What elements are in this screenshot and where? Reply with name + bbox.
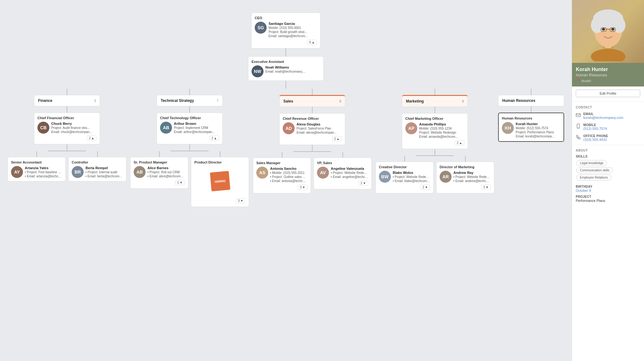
cmo-mobile: Mobile: (310) 555-1234 (419, 127, 464, 130)
birthday-row: BIRTHDAY October 9 (572, 184, 644, 194)
org-chart-area[interactable]: CEO SG Santiago Garcia Mobile: (310) 555… (0, 0, 572, 361)
cfo-card[interactable]: Chief Financial Officer CB Chuck Berry P… (34, 113, 100, 144)
office-value[interactable]: (310) 555-4432 (583, 138, 608, 142)
finance-child-row: Senior Accountant AY Artanzia Yates • Pr… (8, 151, 126, 181)
creative-dir-avatar: BW (379, 171, 391, 183)
marketing-child-row: Creative Director BW Blake Wolos • Proje… (375, 156, 494, 193)
cmo-card[interactable]: Chief Marketing Officer AP Amanda Philli… (402, 113, 468, 149)
dir-mktg-card[interactable]: Director of Marketing AR Andrew Ray • Pr… (436, 162, 494, 193)
skill-chip-2: Employee Relations (576, 175, 611, 181)
svg-point-6 (602, 28, 605, 31)
cto-chevron-up-icon: ▲ (214, 136, 217, 140)
vp-sales-footer: 2 ▼ (317, 181, 368, 186)
hr-col: Human Resources Human Resources KH Korah… (498, 89, 564, 142)
product-dir-expand-btn[interactable]: 3 ▼ (236, 198, 246, 203)
ceo-card[interactable]: CEO SG Santiago Garcia Mobile: (310) 555… (251, 13, 320, 48)
sales-mgr-chevron-down-icon: ▼ (302, 186, 305, 189)
sr-accountant-project: • Project: Find baseline bud... (25, 170, 62, 174)
mobile-value[interactable]: (512) 555-7574 (583, 127, 607, 131)
tech-dept-name: Technical Strategy (161, 98, 194, 103)
email-value[interactable]: korah@techcompany.com (583, 116, 623, 119)
svg-point-2 (591, 17, 603, 33)
marketing-dept-header: Marketing 9 (406, 99, 464, 103)
cto-details: Arthur Brown Project: Implement CRM Emai… (174, 122, 219, 134)
ceo-email: Email: santiago@techcom... (269, 34, 317, 38)
sales-mgr-card[interactable]: Sales Manager AS Antonia Sancho • Mobile… (253, 158, 311, 193)
birthday-value: October 9 (576, 189, 640, 192)
ceo-expand-btn[interactable]: 6 ▲ (307, 40, 317, 45)
vp-sales-avatar: AV (317, 167, 329, 179)
cro-card[interactable]: Chief Revenue Officer AD Alexa Douglas P… (279, 113, 345, 145)
svg-rect-11 (576, 114, 580, 117)
cfo-avatar: CB (37, 122, 49, 134)
cro-expand-btn[interactable]: 2 ▲ (332, 136, 342, 142)
dir-mktg-footer: 3 ▼ (440, 185, 491, 190)
creative-dir-card[interactable]: Creative Director BW Blake Wolos • Proje… (375, 162, 434, 193)
sr-pm-avatar: AB (134, 166, 146, 178)
creative-dir-email: • Email: blake@techcompan... (393, 179, 430, 183)
cmo-project: Project: Website Redesign (419, 131, 464, 134)
hr-head-card[interactable]: Human Resources KH Korah Hunter Mobile: … (498, 113, 564, 142)
hr-dept-name: Human Resources (502, 98, 535, 103)
sales-mgr-person: AS Antonia Sancho • Mobile: (310) 555-20… (256, 167, 308, 183)
office-phone-icon (576, 135, 581, 140)
ceo-chevron-up-icon: ▲ (312, 41, 315, 44)
cmo-expand-btn[interactable]: 2 ▲ (455, 140, 464, 146)
hr-dept-card[interactable]: Human Resources (498, 95, 564, 106)
creative-dir-expand-btn[interactable]: 2 ▼ (420, 185, 430, 190)
sr-pm-expand-btn[interactable]: 1 ▼ (175, 180, 185, 185)
sales-dept-card[interactable]: Sales 8 (279, 95, 345, 107)
sr-pm-card[interactable]: Sr. Product Manager AB Alice Barnes • Pr… (130, 157, 188, 189)
marketing-dept-card[interactable]: Marketing 9 (402, 95, 468, 107)
cto-expand-btn[interactable]: 2 ▲ (209, 136, 219, 141)
skills-row: SKILLS Legal knowledge Communication ski… (572, 153, 644, 184)
project-value: Performance Plans (576, 199, 640, 203)
hiring-badge: HIRING (210, 171, 230, 191)
ceo-details: Santiago Garcia Mobile: (310) 555-0001 P… (269, 22, 317, 38)
sr-accountant-title: Senior Accountant (11, 160, 62, 164)
sales-col: Sales 8 Chief Revenue Officer AD Alexa D… (253, 89, 372, 193)
dir-mktg-expand-btn[interactable]: 3 ▼ (481, 185, 491, 190)
vp-sales-expand-btn[interactable]: 2 ▼ (358, 181, 368, 186)
cro-title: Chief Revenue Officer (283, 117, 342, 120)
location-pin-icon: 📍 (576, 79, 580, 83)
cro-details: Alexa Douglas Project: SalesForce Plan E… (297, 122, 342, 134)
finance-dept-card[interactable]: Finance 3 (34, 95, 100, 106)
sales-mgr-expand-btn[interactable]: 3 ▼ (298, 185, 308, 190)
sr-accountant-card[interactable]: Senior Accountant AY Artanzia Yates • Pr… (8, 157, 66, 181)
hiring-badge-container: HIRING (194, 166, 246, 196)
skills-container: Legal knowledge Communication skills Emp… (576, 158, 640, 182)
controller-card[interactable]: Controller BR Berta Rempel • Project: In… (68, 157, 126, 181)
hr-head-person: KH Korah Hunter Mobile: (512) 555-7574 P… (502, 122, 560, 138)
sales-mgr-col: Sales Manager AS Antonia Sancho • Mobile… (253, 152, 311, 193)
contact-section-label: CONTACT (572, 103, 644, 110)
divider-2 (572, 145, 644, 145)
ceo-mobile: Mobile: (310) 555-0001 (269, 26, 317, 30)
sales-mgr-avatar: AS (256, 167, 268, 179)
skill-chip-0: Legal knowledge (576, 160, 607, 166)
dir-mktg-email: • Email: andrew@techcom... (453, 179, 491, 183)
cfo-expand-btn[interactable]: 2 ▲ (87, 136, 97, 141)
product-dir-card[interactable]: Product Director HIRING 3 ▼ (191, 157, 249, 207)
tech-dept-header: Technical Strategy 7 (161, 98, 219, 103)
exec-assistant-connector-down (286, 81, 286, 89)
vp-sales-project: • Project: Website Redesign (331, 171, 368, 175)
ceo-section: CEO SG Santiago Garcia Mobile: (310) 555… (251, 13, 320, 56)
sales-dept-header: Sales 8 (283, 99, 341, 103)
cto-card[interactable]: Chief Technology Officer AB Arthur Brown… (157, 113, 223, 144)
project-label: PROJECT (576, 195, 640, 198)
cro-footer: 2 ▲ (283, 136, 342, 142)
tech-dept-card[interactable]: Technical Strategy 7 (157, 95, 223, 106)
vp-sales-card[interactable]: VP, Sales AV Angeline Valenzuela • Proje… (314, 158, 372, 189)
cfo-project: Project: Audit finance stra... (51, 126, 97, 130)
tech-dept-count: 7 (217, 99, 219, 103)
cto-project: Project: Implement CRM (174, 126, 219, 130)
exec-assistant-person: NW Noah Williams Email: noah@techcomany.… (252, 65, 320, 77)
creative-dir-footer: 2 ▼ (379, 185, 430, 190)
cto-name: Arthur Brown (174, 122, 219, 125)
right-panel: Korah Hunter Human Resources 📍 Austin Ed… (572, 0, 644, 361)
edit-profile-button[interactable]: Edit Profile (576, 90, 640, 97)
profile-photo (572, 0, 644, 63)
exec-assistant-card[interactable]: Executive Assistant NW Noah Williams Ema… (248, 56, 324, 81)
cfo-title: Chief Financial Officer (37, 116, 97, 120)
